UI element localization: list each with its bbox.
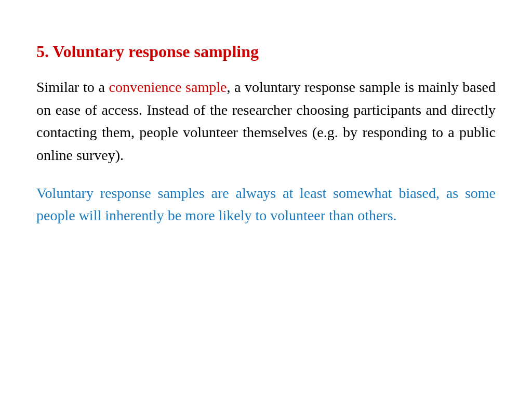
slide-heading: 5. Voluntary response sampling	[36, 42, 496, 61]
highlight-convenience-sample: convenience sample	[109, 79, 227, 95]
slide: 5. Voluntary response sampling Similar t…	[0, 0, 532, 399]
body-paragraph: Similar to a convenience sample, a volun…	[36, 76, 496, 166]
note-paragraph: Voluntary response samples are always at…	[36, 182, 496, 227]
body-text-part1: Similar to a	[36, 79, 109, 95]
